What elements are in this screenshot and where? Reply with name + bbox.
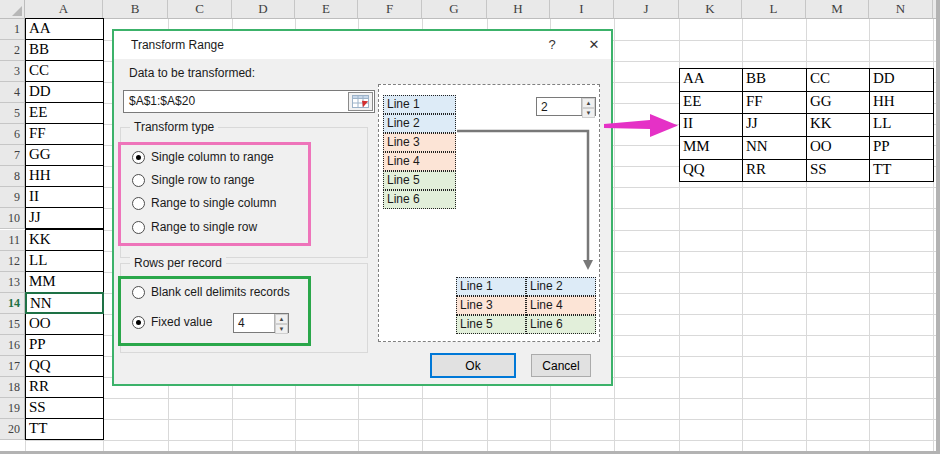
columns-count-spinner[interactable]: 2 ▲ ▼ (536, 97, 596, 116)
data-to-transform-label: Data to be transformed: (129, 66, 255, 80)
radio-unselected-icon (132, 174, 145, 187)
column-header-F[interactable]: F (358, 0, 422, 19)
preview-result-cell: Line 3 (456, 296, 526, 315)
radio-option-label: Range to single row (151, 220, 257, 234)
output-cell-r3c4[interactable]: LL (870, 114, 934, 137)
row-header-1[interactable]: 1 (0, 19, 25, 40)
row-header-20[interactable]: 20 (0, 419, 25, 440)
output-cell-r5c4[interactable]: TT (870, 160, 934, 183)
column-header-G[interactable]: G (422, 0, 487, 19)
column-header-A[interactable]: A (25, 0, 103, 19)
column-header-N[interactable]: N (869, 0, 933, 19)
cell-A17[interactable]: QQ (25, 355, 104, 377)
row-header-2[interactable]: 2 (0, 40, 25, 61)
close-button[interactable]: ✕ (586, 31, 602, 59)
column-header-C[interactable]: C (168, 0, 232, 19)
preview-result-cell: Line 4 (526, 296, 596, 315)
cell-A6[interactable]: FF (25, 123, 104, 145)
row-header-14[interactable]: 14 (0, 293, 25, 314)
cell-A10[interactable]: JJ (25, 207, 104, 229)
row-header-17[interactable]: 17 (0, 356, 25, 377)
output-cell-r2c2[interactable]: FF (743, 92, 807, 115)
cell-A7[interactable]: GG (25, 144, 104, 166)
cell-A2[interactable]: BB (25, 39, 104, 61)
row-header-6[interactable]: 6 (0, 124, 25, 145)
cell-A14[interactable]: NN (25, 292, 104, 314)
columns-count-spin-down-icon[interactable]: ▼ (582, 108, 595, 118)
cell-A11[interactable]: KK (25, 229, 104, 251)
cell-A3[interactable]: CC (25, 60, 104, 82)
output-cell-r2c1[interactable]: EE (680, 92, 743, 115)
column-header-L[interactable]: L (742, 0, 806, 19)
column-header-M[interactable]: M (806, 0, 869, 19)
row-header-15[interactable]: 15 (0, 314, 25, 335)
gridline-horizontal (25, 398, 936, 399)
output-cell-r3c3[interactable]: KK (807, 114, 870, 137)
row-header-18[interactable]: 18 (0, 377, 25, 398)
range-picker-button[interactable] (348, 92, 373, 111)
cell-A20[interactable]: TT (25, 418, 104, 440)
output-cell-r5c2[interactable]: RR (743, 160, 807, 183)
column-header-H[interactable]: H (487, 0, 550, 19)
output-cell-r1c1[interactable]: AA (680, 69, 743, 92)
radio-option-fixed-value[interactable]: Fixed value (132, 313, 212, 331)
cell-A13[interactable]: MM (25, 271, 104, 293)
output-cell-r5c3[interactable]: SS (807, 160, 870, 183)
output-cell-r2c3[interactable]: GG (807, 92, 870, 115)
cell-A8[interactable]: HH (25, 165, 104, 187)
transform-range-dialog: Transform Range ? ✕ Data to be transform… (112, 29, 613, 386)
cell-A15[interactable]: OO (25, 313, 104, 335)
radio-unselected-icon (132, 197, 145, 210)
row-header-11[interactable]: 11 (0, 230, 25, 251)
output-cell-r2c4[interactable]: HH (870, 92, 934, 115)
columns-count-spin-up-icon[interactable]: ▲ (582, 98, 595, 108)
select-all-button[interactable] (0, 0, 25, 19)
range-input[interactable]: $A$1:$A$20 (123, 90, 375, 113)
help-button[interactable]: ? (545, 31, 559, 59)
column-header-E[interactable]: E (295, 0, 358, 19)
output-cell-r4c4[interactable]: PP (870, 137, 934, 160)
column-header-J[interactable]: J (614, 0, 679, 19)
output-cell-r4c2[interactable]: NN (743, 137, 807, 160)
row-header-13[interactable]: 13 (0, 272, 25, 293)
radio-option-range-to-single-row[interactable]: Range to single row (132, 218, 257, 236)
output-cell-r3c2[interactable]: JJ (743, 114, 807, 137)
column-header-D[interactable]: D (232, 0, 295, 19)
cell-A18[interactable]: RR (25, 376, 104, 398)
output-cell-r1c3[interactable]: CC (807, 69, 870, 92)
output-cell-r5c1[interactable]: QQ (680, 160, 743, 183)
output-cell-r3c1[interactable]: II (680, 114, 743, 137)
row-header-8[interactable]: 8 (0, 166, 25, 187)
cell-A16[interactable]: PP (25, 334, 104, 356)
cell-A5[interactable]: EE (25, 102, 104, 124)
cell-A9[interactable]: II (25, 186, 104, 208)
ok-button[interactable]: Ok (430, 353, 516, 378)
output-cell-r4c3[interactable]: OO (807, 137, 870, 160)
cell-A4[interactable]: DD (25, 81, 104, 103)
radio-option-single-row-to-range[interactable]: Single row to range (132, 171, 254, 189)
radio-option-range-to-single-column[interactable]: Range to single column (132, 194, 276, 212)
cancel-button[interactable]: Cancel (531, 354, 591, 377)
cell-A1[interactable]: AA (25, 18, 104, 40)
row-header-9[interactable]: 9 (0, 187, 25, 208)
row-header-19[interactable]: 19 (0, 398, 25, 419)
column-header-K[interactable]: K (679, 0, 742, 19)
output-cell-r1c4[interactable]: DD (870, 69, 934, 92)
row-header-3[interactable]: 3 (0, 61, 25, 82)
row-header-12[interactable]: 12 (0, 251, 25, 272)
output-cell-r4c1[interactable]: MM (680, 137, 743, 160)
dialog-titlebar: Transform Range ? ✕ (114, 31, 611, 59)
radio-option-blank-cell-delimits-records[interactable]: Blank cell delimits records (132, 283, 290, 301)
row-header-5[interactable]: 5 (0, 103, 25, 124)
column-header-B[interactable]: B (103, 0, 168, 19)
column-header-I[interactable]: I (550, 0, 614, 19)
row-header-16[interactable]: 16 (0, 335, 25, 356)
range-value: $A$1:$A$20 (129, 91, 195, 112)
radio-option-single-column-to-range[interactable]: Single column to range (132, 148, 274, 166)
output-cell-r1c2[interactable]: BB (743, 69, 807, 92)
cell-A19[interactable]: SS (25, 397, 104, 419)
cell-A12[interactable]: LL (25, 250, 104, 272)
row-header-7[interactable]: 7 (0, 145, 25, 166)
row-header-4[interactable]: 4 (0, 82, 25, 103)
row-header-10[interactable]: 10 (0, 208, 25, 229)
